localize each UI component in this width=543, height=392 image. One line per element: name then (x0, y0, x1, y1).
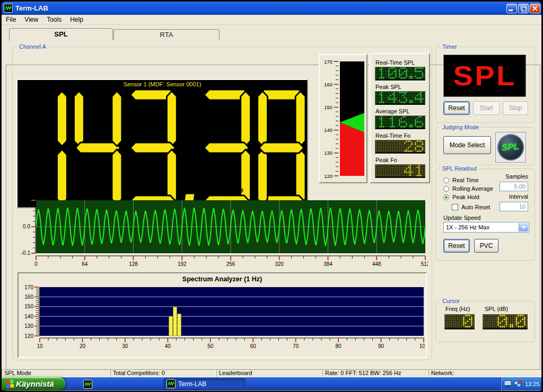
samples-field[interactable]: 5,00 (500, 182, 528, 191)
tab-spl[interactable]: SPL (9, 28, 113, 40)
timer-display-text: SPL (453, 60, 516, 92)
svg-text:0.0: 0.0 (23, 224, 30, 229)
readout-label: Peak Fo (375, 157, 397, 163)
start-button[interactable]: Käynnistä (2, 377, 65, 390)
minimize-icon[interactable] (506, 4, 517, 13)
status-bar: SPL ModeTotal Competitors: 0LeaderboardR… (2, 369, 541, 377)
status-panel: Leaderboard (216, 369, 322, 377)
readout-panel: Real-Time SPLPeak SPLAverage SPLReal-Tim… (370, 53, 430, 183)
readout-label: Peak SPL (375, 84, 401, 90)
interval-field[interactable]: 10 (500, 202, 528, 211)
restore-icon[interactable] (518, 4, 529, 13)
svg-text:150: 150 (24, 304, 33, 309)
svg-text:120: 120 (324, 173, 332, 179)
auto-reset-checkbox[interactable] (452, 204, 458, 210)
clock: 13:25 (525, 381, 540, 387)
taskbar-window-button[interactable]: Term-LAB (163, 378, 246, 389)
svg-text:40: 40 (165, 343, 171, 349)
readout-label: Average SPL (375, 108, 410, 114)
cursor-freq-display (444, 314, 475, 330)
spl-readout-group: SPL Readout Real TimeRolling AveragePeak… (435, 168, 535, 261)
samples-label: Samples (491, 173, 528, 180)
svg-text:130: 130 (24, 323, 33, 329)
auto-reset-label: Auto Reset (461, 204, 490, 210)
svg-text:100: 100 (419, 343, 425, 349)
app-icon (167, 379, 176, 388)
cursor-group: Cursor Freq (Hz) SPL (dB) (435, 301, 535, 342)
tab-rta[interactable]: RTA (113, 29, 220, 40)
status-panel: Rate: 0 FFT: 512 BW: 256 Hz (322, 369, 428, 377)
svg-text:192: 192 (178, 261, 187, 267)
term-lab-window: Term-LAB FileViewToolsHelp SPL RTA Chann… (0, 0, 543, 392)
spl-readout-label: SPL Readout (440, 165, 479, 172)
svg-text:60: 60 (250, 343, 257, 349)
svg-text:64: 64 (82, 261, 88, 267)
svg-text:140: 140 (324, 127, 332, 133)
timer-stop-button[interactable]: Stop (503, 101, 528, 115)
svg-text:128: 128 (129, 261, 138, 267)
svg-text:0.1: 0.1 (23, 197, 30, 203)
quick-launch-term-lab-icon[interactable] (82, 379, 93, 389)
svg-text:120: 120 (24, 333, 33, 339)
menu-file[interactable]: File (2, 16, 20, 23)
dot-matrix-display (375, 67, 426, 81)
taskbar: Käynnistä Term-LAB 13:25 (2, 377, 541, 390)
timer-display: SPL (443, 55, 526, 97)
judging-mode-group: Judging Mode Mode Select SPL (435, 127, 535, 165)
spectrum-plot[interactable]: 170160150140130120102030405060708090100 (20, 284, 425, 358)
timer-reset-button[interactable]: Reset (443, 101, 470, 115)
svg-text:50: 50 (207, 343, 214, 349)
cursor-spl-label: SPL (dB) (485, 306, 508, 312)
spectrum-panel: Spectrum Analyzer (1 Hz) 170160150140130… (17, 272, 427, 358)
svg-text:384: 384 (323, 261, 332, 267)
timer-group: Timer SPL Reset Start Stop (435, 47, 535, 123)
svg-text:256: 256 (226, 261, 235, 267)
menu-tools[interactable]: Tools (42, 16, 66, 23)
dot-matrix-display (375, 115, 426, 130)
svg-text:140: 140 (24, 314, 33, 319)
mode-select-button[interactable]: Mode Select (443, 136, 491, 154)
svg-text:130: 130 (324, 150, 332, 156)
status-panel: SPL Mode (2, 369, 110, 377)
svg-text:20: 20 (80, 343, 86, 349)
app-icon (4, 4, 13, 13)
pvc-button[interactable]: PVC (474, 239, 498, 253)
svg-text:90: 90 (378, 343, 384, 349)
svg-text:170: 170 (324, 59, 332, 65)
close-icon[interactable] (530, 4, 540, 13)
radio-peak-hold[interactable] (443, 194, 449, 200)
svg-text:448: 448 (372, 261, 381, 267)
update-speed-label: Update Speed (443, 215, 480, 221)
menu-help[interactable]: Help (66, 16, 87, 23)
cursor-label: Cursor (440, 297, 462, 305)
system-tray: 13:25 (501, 377, 541, 390)
svg-text:160: 160 (324, 82, 332, 87)
level-meter: 170160150140130120 (320, 55, 366, 182)
svg-text:160: 160 (24, 294, 33, 300)
svg-text:150: 150 (324, 104, 332, 110)
svg-text:80: 80 (336, 343, 342, 349)
timer-label: Timer (440, 43, 459, 50)
update-speed-dropdown[interactable]: 1X - 256 Hz Max (443, 222, 529, 233)
radio-label: Real Time (452, 177, 479, 183)
display-settings-icon[interactable] (504, 380, 513, 388)
menu-bar: FileViewToolsHelp (2, 15, 541, 25)
svg-text:320: 320 (275, 261, 284, 267)
timer-start-button[interactable]: Start (473, 101, 500, 115)
dot-matrix-display (375, 91, 426, 105)
menu-view[interactable]: View (20, 16, 42, 23)
cursor-spl-display (483, 314, 528, 330)
radio-label: Peak Hold (452, 194, 479, 200)
channel-a-label: Channel A (17, 43, 48, 50)
readout-reset-button[interactable]: Reset (443, 239, 470, 253)
radio-rolling-average[interactable] (443, 186, 449, 192)
network-disconnected-icon[interactable] (514, 380, 523, 388)
radio-real-time[interactable] (443, 177, 449, 183)
judging-mode-label: Judging Mode (440, 123, 481, 131)
title-bar[interactable]: Term-LAB (2, 2, 541, 15)
readout-label: Real-Time SPL (375, 59, 415, 66)
spl-logo: SPL (495, 132, 526, 163)
dot-matrix-display (375, 164, 426, 179)
chevron-down-icon[interactable] (519, 223, 528, 231)
svg-text:0: 0 (34, 261, 38, 267)
